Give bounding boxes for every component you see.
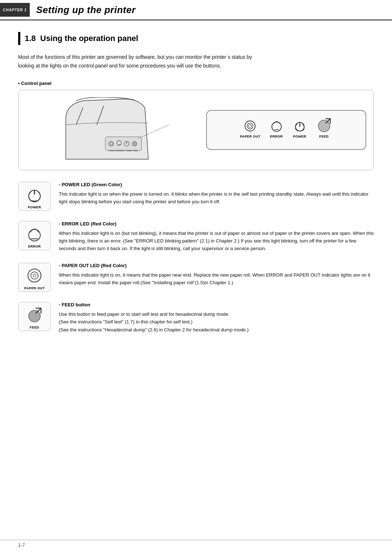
feed-button-heading: - FEED button [59, 302, 374, 307]
chapter-badge: CHAPTER 1 [0, 3, 30, 17]
svg-point-30 [33, 274, 36, 277]
panel-error: ERROR [269, 119, 284, 138]
power-led-desc: This indicator light is on when the powe… [59, 190, 374, 206]
svg-point-22 [318, 120, 330, 132]
panel-controls-box: PAPER OUT ERROR [206, 110, 366, 150]
page-footer: 1-7 [0, 540, 392, 548]
feed-button-icon-box: FEED [18, 302, 51, 331]
error-led-icon-box: ERROR [18, 221, 51, 250]
power-led-text: - POWER LED (Green Color) This indicator… [59, 182, 374, 206]
panel-controls-buttons: PAPER OUT ERROR [240, 117, 332, 138]
svg-point-9 [132, 141, 137, 146]
error-led-section: ERROR - ERROR LED (Red Color) When this … [18, 221, 374, 253]
section-title: 1.8 Using the operation panel [25, 34, 138, 43]
power-led-icon-box: POWER [18, 182, 51, 211]
printer-sketch: PAPER OUT ERROR POWER FEED [26, 97, 195, 163]
paper-out-led-heading: - PAPER OUT LED (Red Color) [59, 263, 374, 268]
paper-out-led-section: PAPER OUT - PAPER OUT LED (Red Color) Wh… [18, 263, 374, 292]
section-heading: 1.8 Using the operation panel [18, 32, 374, 45]
intro-text: Most of the functions of this printer ar… [18, 53, 374, 70]
feed-button-text: - FEED button Use this button to feed pa… [59, 302, 374, 334]
section-bar-decoration [18, 32, 20, 45]
error-led-heading: - ERROR LED (Red Color) [59, 221, 374, 227]
paper-out-led-icon-box: PAPER OUT [18, 263, 51, 292]
power-led-heading: - POWER LED (Green Color) [59, 182, 374, 187]
svg-text:FEED: FEED [133, 150, 138, 151]
error-led-text: - ERROR LED (Red Color) When this indica… [59, 221, 374, 253]
page-number: 1-7 [18, 540, 25, 548]
power-led-section: POWER - POWER LED (Green Color) This ind… [18, 182, 374, 211]
page-header: CHAPTER 1 Setting up the printer [0, 0, 392, 20]
paper-out-led-desc: When this indicator light is on, it mean… [59, 271, 374, 287]
feed-button-section: FEED - FEED button Use this button to fe… [18, 302, 374, 334]
control-panel-illustration: PAPER OUT ERROR POWER FEED [18, 90, 374, 170]
svg-point-31 [29, 310, 40, 322]
svg-point-16 [247, 123, 253, 129]
panel-paper-out: PAPER OUT [240, 119, 260, 138]
page-title: Setting up the printer [36, 4, 136, 16]
panel-feed: FEED [316, 117, 332, 138]
svg-point-26 [29, 229, 40, 241]
svg-point-15 [245, 121, 255, 131]
main-content: 1.8 Using the operation panel Most of th… [0, 20, 392, 362]
panel-power: POWER [293, 119, 307, 138]
svg-point-28 [28, 269, 41, 282]
feed-button-desc: Use this button to feed paper or to star… [59, 310, 374, 334]
control-panel-label: • Control panel [18, 81, 374, 86]
svg-point-17 [249, 125, 252, 127]
svg-text:POWER: POWER [126, 150, 132, 151]
svg-text:PAPER OUT: PAPER OUT [109, 150, 119, 151]
error-led-desc: When this indicator light is on (but not… [59, 229, 374, 253]
svg-point-29 [31, 272, 38, 279]
paper-out-led-text: - PAPER OUT LED (Red Color) When this in… [59, 263, 374, 287]
svg-text:ERROR: ERROR [118, 150, 124, 151]
